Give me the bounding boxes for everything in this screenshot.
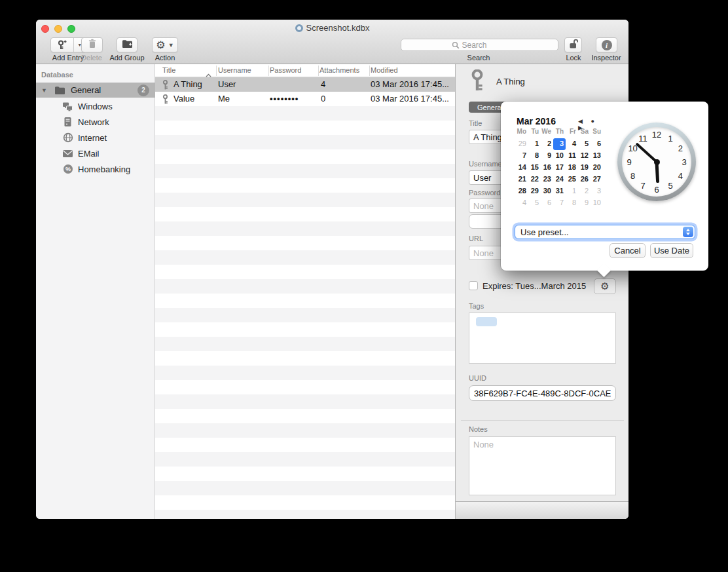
expires-checkbox[interactable]: [469, 281, 478, 290]
calendar-day[interactable]: 10: [553, 150, 566, 162]
empty-row: [155, 106, 455, 121]
search-input[interactable]: [462, 41, 508, 50]
empty-row: [155, 193, 455, 207]
empty-row: [155, 279, 455, 294]
empty-row: [155, 250, 455, 265]
calendar-day[interactable]: 16: [541, 162, 553, 174]
action-button[interactable]: ⚙ ▼: [152, 37, 178, 52]
empty-row: [155, 135, 455, 149]
add-entry-button[interactable]: ▼: [50, 37, 86, 52]
sidebar-item-email[interactable]: EMail: [36, 145, 155, 161]
column-header-modified[interactable]: Modified: [371, 66, 398, 74]
calendar-day[interactable]: 13: [591, 150, 603, 162]
table-row[interactable]: Value Me •••••••• 0 03 Mar 2016 17:45...: [155, 92, 455, 106]
calendar-day[interactable]: 25: [566, 174, 578, 185]
calendar-day[interactable]: 4: [516, 197, 528, 209]
empty-row: [155, 409, 455, 423]
calendar-day[interactable]: 21: [516, 174, 528, 185]
calendar-day[interactable]: 2: [541, 138, 553, 150]
clock-face: 123456789101112: [622, 127, 691, 197]
calendar-day[interactable]: 30: [541, 185, 553, 197]
calendar-day[interactable]: 9: [578, 197, 591, 209]
internet-icon: [62, 132, 73, 143]
calendar-day[interactable]: 10: [591, 197, 603, 209]
calendar-day[interactable]: 3: [553, 138, 566, 150]
calendar-day[interactable]: 28: [516, 185, 528, 197]
column-header-password[interactable]: Password: [270, 66, 301, 74]
gear-icon: ⚙: [600, 282, 609, 292]
inspector-button[interactable]: i: [596, 37, 617, 52]
notes-field[interactable]: [469, 436, 616, 495]
cancel-button[interactable]: Cancel: [610, 243, 646, 258]
calendar-day[interactable]: 29: [516, 138, 528, 150]
calendar-day[interactable]: 26: [578, 174, 591, 185]
calendar-day[interactable]: 17: [553, 162, 566, 174]
calendar-day[interactable]: 19: [578, 162, 591, 174]
calendar-day[interactable]: 24: [553, 174, 566, 185]
key-icon: [162, 80, 169, 92]
calendar-day[interactable]: 9: [541, 150, 553, 162]
inspector-label: Inspector: [591, 54, 621, 62]
empty-row: [155, 351, 455, 366]
calendar-day[interactable]: 22: [528, 174, 541, 185]
tag-token[interactable]: [476, 317, 497, 326]
add-group-label: Add Group: [109, 54, 144, 62]
calendar-day[interactable]: 8: [566, 197, 578, 209]
calendar-day[interactable]: 29: [528, 185, 541, 197]
expires-options-button[interactable]: ⚙: [594, 278, 616, 294]
empty-row: [155, 394, 455, 409]
column-header-username[interactable]: Username: [218, 66, 251, 74]
calendar-day[interactable]: 5: [578, 138, 591, 150]
sidebar-item-general[interactable]: ▼ General 2: [36, 83, 155, 98]
stepper-icon[interactable]: [683, 227, 693, 237]
empty-row: [155, 322, 455, 337]
calendar-day[interactable]: 31: [553, 185, 566, 197]
tags-box[interactable]: [469, 313, 616, 364]
uuid-field[interactable]: [469, 385, 616, 401]
empty-row: [155, 294, 455, 308]
preset-select[interactable]: Use preset...: [515, 225, 695, 239]
calendar-day[interactable]: 15: [528, 162, 541, 174]
column-header-title[interactable]: Title: [162, 66, 175, 74]
search-field[interactable]: [401, 39, 558, 51]
calendar-day[interactable]: 1: [566, 185, 578, 197]
date-picker-popover: Mar 2016 ◀ ● ▶ MoTuWeThFrSaSu 2912345678…: [501, 102, 708, 271]
disclosure-triangle-icon[interactable]: ▼: [41, 87, 50, 94]
calendar-day[interactable]: 5: [528, 197, 541, 209]
sidebar-item-homebanking[interactable]: % Homebanking: [36, 161, 155, 177]
sidebar-item-internet[interactable]: Internet: [36, 130, 155, 145]
empty-row: [155, 467, 455, 481]
calendar-day[interactable]: 23: [541, 174, 553, 185]
sidebar-item-windows[interactable]: Windows: [36, 98, 155, 114]
calendar-day[interactable]: 11: [566, 150, 578, 162]
calendar-day[interactable]: 2: [578, 185, 591, 197]
calendar-day[interactable]: 1: [528, 138, 541, 150]
calendar-day[interactable]: 27: [591, 174, 603, 185]
empty-row: [155, 337, 455, 351]
calendar-day[interactable]: 12: [578, 150, 591, 162]
column-header-attachments[interactable]: Attachments: [319, 66, 359, 74]
calendar-day[interactable]: 6: [591, 138, 603, 150]
calendar-day[interactable]: 4: [566, 138, 578, 150]
calendar-day[interactable]: 20: [591, 162, 603, 174]
calendar-day[interactable]: 6: [541, 197, 553, 209]
lock-button[interactable]: [564, 37, 582, 52]
delete-button[interactable]: [81, 37, 103, 52]
cell-title: A Thing: [173, 79, 202, 89]
calendar-day[interactable]: 18: [566, 162, 578, 174]
table-header: Title Username Password Attachments Modi…: [155, 64, 455, 77]
calendar-day[interactable]: 8: [528, 150, 541, 162]
sidebar-item-network[interactable]: Network: [36, 114, 155, 130]
add-group-button[interactable]: [117, 37, 137, 52]
calendar-day[interactable]: 3: [591, 185, 603, 197]
empty-row: [155, 149, 455, 164]
divider: [461, 420, 624, 421]
calendar-day[interactable]: 7: [553, 197, 566, 209]
calendar-day[interactable]: 7: [516, 150, 528, 162]
empty-row: [155, 452, 455, 467]
titlebar: Screenshot.kdbx ▼ Add Entry Delete: [36, 20, 628, 64]
use-date-button[interactable]: Use Date: [650, 243, 693, 258]
calendar-day[interactable]: 14: [516, 162, 528, 174]
table-row[interactable]: A Thing User 4 03 Mar 2016 17:45...: [155, 77, 455, 92]
empty-row: [155, 308, 455, 322]
